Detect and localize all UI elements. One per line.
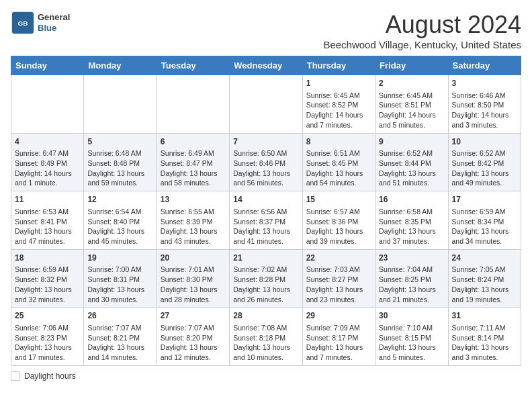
day-info: Sunrise: 7:08 AMSunset: 8:18 PMDaylight:… — [233, 323, 298, 363]
col-header-monday: Monday — [84, 56, 157, 75]
day-info: Sunrise: 7:04 AMSunset: 8:25 PMDaylight:… — [379, 265, 444, 304]
calendar-cell: 26Sunrise: 7:07 AMSunset: 8:21 PMDayligh… — [84, 308, 157, 366]
calendar-cell — [84, 75, 157, 134]
calendar-cell — [157, 75, 229, 134]
day-info: Sunrise: 7:07 AMSunset: 8:21 PMDaylight:… — [87, 323, 152, 363]
day-info: Sunrise: 6:59 AMSunset: 8:34 PMDaylight:… — [452, 207, 517, 246]
day-info: Sunrise: 7:07 AMSunset: 8:20 PMDaylight:… — [161, 323, 226, 363]
day-info: Sunrise: 6:45 AMSunset: 8:51 PMDaylight:… — [379, 91, 444, 130]
calendar-cell: 12Sunrise: 6:54 AMSunset: 8:40 PMDayligh… — [84, 191, 157, 250]
day-info: Sunrise: 6:52 AMSunset: 8:44 PMDaylight:… — [379, 148, 444, 188]
day-number: 7 — [233, 136, 298, 148]
week-row-3: 11Sunrise: 6:53 AMSunset: 8:41 PMDayligh… — [11, 191, 521, 250]
day-number: 20 — [161, 253, 226, 264]
day-info: Sunrise: 7:03 AMSunset: 8:27 PMDaylight:… — [306, 265, 371, 304]
day-info: Sunrise: 6:46 AMSunset: 8:50 PMDaylight:… — [452, 91, 517, 130]
day-number: 9 — [379, 136, 444, 148]
day-info: Sunrise: 6:53 AMSunset: 8:41 PMDaylight:… — [15, 207, 80, 246]
day-number: 21 — [233, 253, 298, 264]
col-header-thursday: Thursday — [302, 56, 375, 75]
week-row-2: 4Sunrise: 6:47 AMSunset: 8:49 PMDaylight… — [11, 133, 521, 191]
week-row-4: 18Sunrise: 6:59 AMSunset: 8:32 PMDayligh… — [11, 249, 521, 308]
legend: Daylight hours — [11, 371, 521, 381]
legend-box — [11, 371, 20, 381]
day-number: 24 — [452, 253, 517, 264]
calendar-cell: 8Sunrise: 6:51 AMSunset: 8:45 PMDaylight… — [302, 133, 375, 191]
calendar-cell: 14Sunrise: 6:56 AMSunset: 8:37 PMDayligh… — [230, 191, 302, 250]
logo-general: General — [38, 12, 70, 23]
day-number: 27 — [161, 310, 226, 322]
calendar-cell: 19Sunrise: 7:00 AMSunset: 8:31 PMDayligh… — [84, 249, 157, 308]
day-number: 14 — [233, 194, 298, 205]
day-number: 25 — [15, 310, 80, 322]
calendar-cell: 1Sunrise: 6:45 AMSunset: 8:52 PMDaylight… — [302, 75, 375, 134]
day-number: 31 — [452, 310, 517, 322]
col-header-sunday: Sunday — [11, 56, 84, 75]
main-title: August 2024 — [323, 11, 521, 39]
day-info: Sunrise: 6:47 AMSunset: 8:49 PMDaylight:… — [15, 148, 80, 188]
calendar-cell: 15Sunrise: 6:57 AMSunset: 8:36 PMDayligh… — [302, 191, 375, 250]
calendar-cell: 18Sunrise: 6:59 AMSunset: 8:32 PMDayligh… — [11, 249, 84, 308]
day-number: 1 — [306, 78, 371, 89]
col-header-saturday: Saturday — [448, 56, 521, 75]
logo: GB General Blue — [11, 11, 70, 35]
day-info: Sunrise: 7:06 AMSunset: 8:23 PMDaylight:… — [15, 323, 80, 363]
logo-text: General Blue — [38, 12, 70, 33]
day-number: 19 — [87, 253, 152, 264]
day-info: Sunrise: 6:51 AMSunset: 8:45 PMDaylight:… — [306, 148, 371, 188]
day-number: 4 — [15, 136, 80, 148]
day-number: 3 — [452, 78, 517, 89]
calendar-cell: 4Sunrise: 6:47 AMSunset: 8:49 PMDaylight… — [11, 133, 84, 191]
calendar-cell: 22Sunrise: 7:03 AMSunset: 8:27 PMDayligh… — [302, 249, 375, 308]
calendar-cell: 10Sunrise: 6:52 AMSunset: 8:42 PMDayligh… — [448, 133, 521, 191]
col-header-wednesday: Wednesday — [230, 56, 302, 75]
calendar-cell: 21Sunrise: 7:02 AMSunset: 8:28 PMDayligh… — [230, 249, 302, 308]
calendar-cell: 28Sunrise: 7:08 AMSunset: 8:18 PMDayligh… — [230, 308, 302, 366]
calendar-cell: 2Sunrise: 6:45 AMSunset: 8:51 PMDaylight… — [375, 75, 448, 134]
calendar-cell: 29Sunrise: 7:09 AMSunset: 8:17 PMDayligh… — [302, 308, 375, 366]
day-info: Sunrise: 6:57 AMSunset: 8:36 PMDaylight:… — [306, 207, 371, 246]
page-header: GB General Blue August 2024 Beechwood Vi… — [11, 11, 521, 50]
logo-blue: Blue — [38, 23, 70, 34]
day-info: Sunrise: 6:59 AMSunset: 8:32 PMDaylight:… — [15, 265, 80, 304]
day-info: Sunrise: 6:54 AMSunset: 8:40 PMDaylight:… — [87, 207, 152, 246]
calendar-cell: 5Sunrise: 6:48 AMSunset: 8:48 PMDaylight… — [84, 133, 157, 191]
calendar-cell: 7Sunrise: 6:50 AMSunset: 8:46 PMDaylight… — [230, 133, 302, 191]
calendar-cell: 17Sunrise: 6:59 AMSunset: 8:34 PMDayligh… — [448, 191, 521, 250]
day-info: Sunrise: 7:11 AMSunset: 8:14 PMDaylight:… — [452, 323, 517, 363]
day-info: Sunrise: 6:50 AMSunset: 8:46 PMDaylight:… — [233, 148, 298, 188]
day-number: 26 — [87, 310, 152, 322]
day-number: 15 — [306, 194, 371, 205]
day-number: 29 — [306, 310, 371, 322]
calendar-cell: 13Sunrise: 6:55 AMSunset: 8:39 PMDayligh… — [157, 191, 229, 250]
subtitle: Beechwood Village, Kentucky, United Stat… — [323, 39, 521, 50]
day-number: 23 — [379, 253, 444, 264]
day-info: Sunrise: 7:05 AMSunset: 8:24 PMDaylight:… — [452, 265, 517, 304]
legend-daylight: Daylight hours — [11, 371, 76, 381]
day-number: 11 — [15, 194, 80, 205]
day-info: Sunrise: 7:00 AMSunset: 8:31 PMDaylight:… — [87, 265, 152, 304]
day-number: 10 — [452, 136, 517, 148]
calendar-cell: 25Sunrise: 7:06 AMSunset: 8:23 PMDayligh… — [11, 308, 84, 366]
calendar-header: SundayMondayTuesdayWednesdayThursdayFrid… — [11, 56, 521, 75]
day-number: 13 — [161, 194, 226, 205]
col-header-friday: Friday — [375, 56, 448, 75]
title-block: August 2024 Beechwood Village, Kentucky,… — [323, 11, 521, 50]
day-info: Sunrise: 7:09 AMSunset: 8:17 PMDaylight:… — [306, 323, 371, 363]
legend-daylight-label: Daylight hours — [24, 371, 76, 381]
day-info: Sunrise: 6:52 AMSunset: 8:42 PMDaylight:… — [452, 148, 517, 188]
day-info: Sunrise: 6:45 AMSunset: 8:52 PMDaylight:… — [306, 91, 371, 130]
day-info: Sunrise: 7:10 AMSunset: 8:15 PMDaylight:… — [379, 323, 444, 363]
day-number: 12 — [87, 194, 152, 205]
col-header-tuesday: Tuesday — [157, 56, 229, 75]
header-row: SundayMondayTuesdayWednesdayThursdayFrid… — [11, 56, 521, 75]
calendar-table: SundayMondayTuesdayWednesdayThursdayFrid… — [11, 56, 521, 366]
svg-text:GB: GB — [18, 19, 28, 27]
day-number: 16 — [379, 194, 444, 205]
day-info: Sunrise: 6:58 AMSunset: 8:35 PMDaylight:… — [379, 207, 444, 246]
calendar-cell: 9Sunrise: 6:52 AMSunset: 8:44 PMDaylight… — [375, 133, 448, 191]
calendar-cell: 16Sunrise: 6:58 AMSunset: 8:35 PMDayligh… — [375, 191, 448, 250]
day-number: 8 — [306, 136, 371, 148]
week-row-1: 1Sunrise: 6:45 AMSunset: 8:52 PMDaylight… — [11, 75, 521, 134]
calendar-body: 1Sunrise: 6:45 AMSunset: 8:52 PMDaylight… — [11, 75, 521, 366]
